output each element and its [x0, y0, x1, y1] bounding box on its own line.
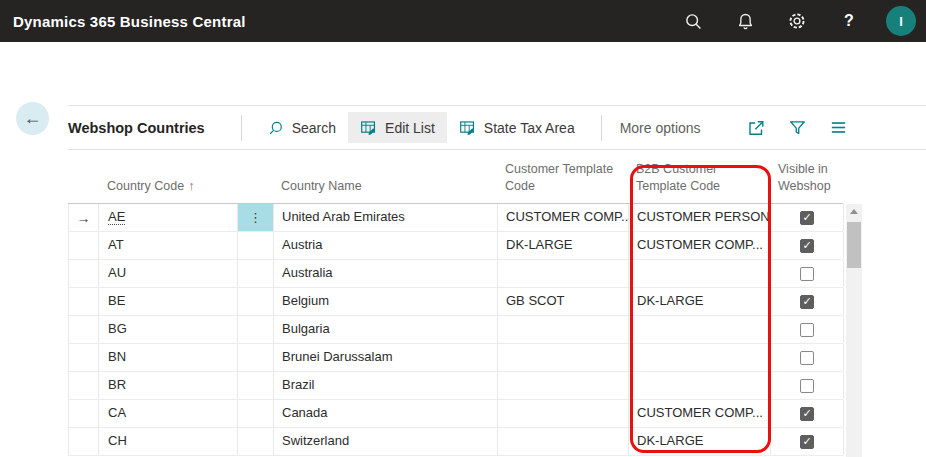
state-tax-area-button[interactable]: State Tax Area [447, 112, 587, 143]
b2b-customer-template-code-cell[interactable] [629, 316, 771, 343]
visible-in-webshop-cell[interactable]: ✓ [771, 232, 844, 259]
row-menu-cell[interactable] [238, 316, 274, 343]
header-visible-in-webshop[interactable]: Visible in Webshop [770, 161, 843, 203]
country-code-cell[interactable]: BR [99, 372, 238, 399]
country-name-cell[interactable]: Belgium [274, 288, 498, 315]
visible-checkbox[interactable]: ✓ [800, 435, 814, 449]
row-selector-cell[interactable] [69, 288, 99, 315]
row-selector-cell[interactable] [69, 372, 99, 399]
settings-gear-icon[interactable] [782, 6, 812, 36]
customer-template-code-cell[interactable] [498, 400, 629, 427]
row-selector-cell[interactable] [69, 316, 99, 343]
row-menu-cell[interactable] [238, 372, 274, 399]
scrollbar-thumb[interactable] [847, 222, 861, 268]
country-code-cell[interactable]: CA [99, 400, 238, 427]
customer-template-code-cell[interactable] [498, 428, 629, 455]
customer-template-code-cell[interactable] [498, 344, 629, 371]
search-icon[interactable] [678, 6, 708, 36]
visible-checkbox[interactable]: ✓ [800, 211, 814, 225]
row-selector-cell[interactable] [69, 344, 99, 371]
notifications-bell-icon[interactable] [730, 6, 760, 36]
user-avatar[interactable]: I [886, 6, 916, 36]
country-code-cell[interactable]: AE [99, 204, 238, 231]
visible-in-webshop-cell[interactable]: ✓ [771, 428, 844, 455]
customer-template-code-cell[interactable] [498, 316, 629, 343]
header-country-code[interactable]: Country Code↑ [98, 178, 237, 203]
customer-template-code-cell[interactable]: CUSTOMER COMP... [498, 204, 629, 231]
visible-in-webshop-cell[interactable] [771, 372, 844, 399]
country-name-cell[interactable]: Brunei Darussalam [274, 344, 498, 371]
scroll-up-icon[interactable] [846, 204, 862, 219]
country-code-cell[interactable]: AT [99, 232, 238, 259]
visible-in-webshop-cell[interactable] [771, 344, 844, 371]
edit-list-button[interactable]: Edit List [348, 112, 447, 143]
visible-checkbox[interactable] [800, 379, 814, 393]
row-selector-cell[interactable] [69, 232, 99, 259]
row-selector-cell[interactable] [69, 428, 99, 455]
row-menu-cell[interactable] [238, 232, 274, 259]
visible-checkbox[interactable]: ✓ [800, 239, 814, 253]
row-menu-cell[interactable] [238, 400, 274, 427]
b2b-customer-template-code-cell[interactable]: CUSTOMER COMP... [629, 232, 771, 259]
customer-template-code-cell[interactable]: GB SCOT [498, 288, 629, 315]
row-menu-cell[interactable] [238, 344, 274, 371]
header-country-name[interactable]: Country Name [273, 178, 497, 203]
row-menu-cell[interactable] [238, 428, 274, 455]
country-name-cell[interactable]: Austria [274, 232, 498, 259]
visible-checkbox[interactable]: ✓ [800, 295, 814, 309]
view-options-icon[interactable] [828, 118, 848, 138]
visible-checkbox[interactable] [800, 351, 814, 365]
visible-in-webshop-cell[interactable]: ✓ [771, 400, 844, 427]
country-name-cell[interactable]: United Arab Emirates [274, 204, 498, 231]
state-tax-area-icon [459, 119, 476, 136]
country-name-cell[interactable]: Bulgaria [274, 316, 498, 343]
b2b-customer-template-code-cell[interactable]: CUSTOMER COMP... [629, 400, 771, 427]
row-menu-cell[interactable] [238, 288, 274, 315]
visible-checkbox[interactable] [800, 323, 814, 337]
country-name-cell[interactable]: Australia [274, 260, 498, 287]
help-icon[interactable]: ? [834, 6, 864, 36]
row-menu-cell[interactable] [238, 260, 274, 287]
row-selector-cell[interactable] [69, 400, 99, 427]
country-name-cell[interactable]: Switzerland [274, 428, 498, 455]
country-name-cell[interactable]: Brazil [274, 372, 498, 399]
visible-in-webshop-cell[interactable] [771, 316, 844, 343]
page-title: Webshop Countries [68, 120, 205, 136]
row-selector-cell[interactable] [69, 260, 99, 287]
b2b-customer-template-code-cell[interactable] [629, 372, 771, 399]
b2b-customer-template-code-cell[interactable] [629, 344, 771, 371]
country-code-cell[interactable]: CH [99, 428, 238, 455]
country-code-value: BR [108, 377, 126, 392]
country-name-cell[interactable]: Canada [274, 400, 498, 427]
country-code-value: AU [108, 265, 126, 280]
country-code-cell[interactable]: AU [99, 260, 238, 287]
customer-template-code-cell[interactable] [498, 372, 629, 399]
b2b-customer-template-code-cell[interactable]: DK-LARGE [629, 288, 771, 315]
country-code-value: BE [108, 293, 125, 308]
search-button[interactable]: Search [256, 113, 348, 143]
b2b-customer-template-code-cell[interactable]: CUSTOMER PERSON [629, 204, 771, 231]
b2b-customer-template-code-cell[interactable]: DK-LARGE [629, 428, 771, 455]
country-code-cell[interactable]: BE [99, 288, 238, 315]
visible-in-webshop-cell[interactable] [771, 260, 844, 287]
header-b2b-customer-template-code[interactable]: B2B Customer Template Code [628, 161, 770, 203]
filter-icon[interactable] [787, 118, 807, 138]
visible-in-webshop-cell[interactable]: ✓ [771, 204, 844, 231]
customer-template-code-cell[interactable]: DK-LARGE [498, 232, 629, 259]
more-options-button[interactable]: More options [620, 120, 701, 136]
row-selector-cell[interactable]: → [69, 204, 99, 231]
country-code-cell[interactable]: BG [99, 316, 238, 343]
b2b-customer-template-code-cell[interactable] [629, 260, 771, 287]
visible-checkbox[interactable] [800, 267, 814, 281]
row-menu-cell[interactable]: ⋮ [238, 204, 274, 231]
share-icon[interactable] [746, 118, 766, 138]
country-code-value: CH [108, 433, 127, 448]
header-customer-template-code[interactable]: Customer Template Code [497, 161, 628, 203]
visible-checkbox[interactable]: ✓ [800, 407, 814, 421]
header-row-selector [68, 195, 98, 203]
customer-template-code-cell[interactable] [498, 260, 629, 287]
country-code-cell[interactable]: BN [99, 344, 238, 371]
visible-in-webshop-cell[interactable]: ✓ [771, 288, 844, 315]
vertical-scrollbar[interactable] [846, 204, 862, 457]
back-button[interactable]: ← [16, 102, 49, 135]
